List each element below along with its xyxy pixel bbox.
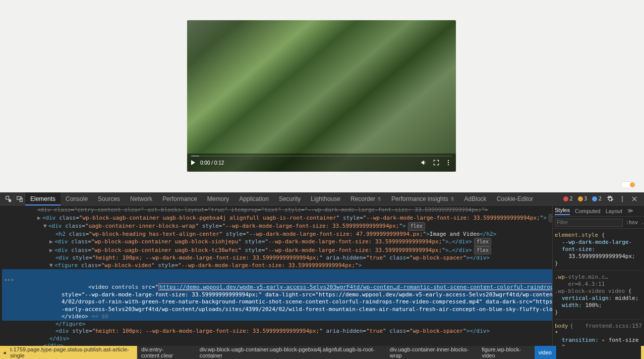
error-count[interactable]: 2 (563, 195, 573, 202)
video-player[interactable]: 0:00 / 0:12 (187, 20, 456, 172)
side-tab-styles[interactable]: Styles (555, 207, 570, 215)
info-count[interactable]: 2 (592, 195, 602, 202)
gear-icon[interactable] (607, 195, 614, 202)
devtools-tabbar: Elements Console Sources Network Perform… (0, 192, 644, 206)
tab-console[interactable]: Console (61, 192, 93, 206)
side-tab-layout[interactable]: Layout (606, 208, 622, 214)
elements-tree[interactable]: <div class="entry-content clear" ast-blo… (0, 206, 552, 346)
crumb-overflow (556, 346, 641, 359)
inspect-icon[interactable] (3, 193, 14, 204)
crumb-4[interactable]: div.uagb-container-inner-blocks-wrap (386, 346, 478, 359)
crumb-6[interactable]: video (535, 346, 556, 359)
svg-point-2 (448, 164, 449, 165)
tab-performance[interactable]: Performance (157, 192, 202, 206)
svg-rect-3 (6, 196, 9, 199)
selected-node: ••• <video controls src="https://demo.wp… (2, 269, 552, 291)
tab-memory[interactable]: Memory (202, 192, 234, 206)
dark-mode-toggle[interactable] (621, 181, 636, 188)
devtools-panel: Elements Console Sources Network Perform… (0, 192, 644, 359)
side-tabs-more[interactable]: ≫ (627, 208, 633, 214)
video-time: 0:00 / 0:12 (200, 160, 224, 166)
video-controls: 0:00 / 0:12 (187, 153, 456, 172)
tab-adblock[interactable]: AdBlock (459, 192, 492, 206)
styles-rules[interactable]: element.style { --wp-dark-mode-large-fon… (553, 229, 644, 346)
crumb-1[interactable]: t-1759.page.type-page.status-publish.ast… (6, 346, 137, 359)
svg-point-6 (622, 196, 623, 197)
styles-filter[interactable] (555, 219, 623, 227)
styles-sidebar: Styles Computed Layout ≫ :hov .cls + ▦ ▭… (552, 206, 644, 346)
svg-point-0 (448, 160, 449, 161)
cls-toggle[interactable]: .cls (641, 220, 644, 225)
svg-point-1 (448, 162, 449, 163)
tab-network[interactable]: Network (125, 192, 157, 206)
tab-security[interactable]: Security (274, 192, 306, 206)
breadcrumb: ◂ t-1759.page.type-page.status-publish.a… (0, 346, 644, 359)
hov-toggle[interactable]: :hov (626, 220, 638, 225)
svg-point-8 (622, 200, 623, 201)
tab-application[interactable]: Application (234, 192, 274, 206)
tab-elements[interactable]: Elements (25, 192, 61, 206)
play-icon[interactable] (191, 160, 195, 165)
tab-recorder[interactable]: Recorder (345, 192, 386, 206)
crumb-5[interactable]: figure.wp-block-video (478, 346, 534, 359)
tab-sources[interactable]: Sources (93, 192, 125, 206)
tab-cookie-editor[interactable]: Cookie-Editor (492, 192, 539, 206)
svg-point-7 (622, 198, 623, 199)
page-content: 0:00 / 0:12 (0, 0, 644, 192)
fullscreen-icon[interactable] (433, 159, 440, 166)
kebab-icon[interactable] (619, 195, 626, 202)
crumb-3[interactable]: div.wp-block-uagb-container.uagb-block-p… (196, 346, 386, 359)
tab-performance-insights[interactable]: Performance insights (386, 192, 459, 206)
more-icon[interactable] (445, 159, 452, 166)
crumb-2[interactable]: div.entry-content.clear (137, 346, 196, 359)
warning-count[interactable]: 3 (578, 195, 588, 202)
close-icon[interactable] (631, 195, 638, 202)
tab-lighthouse[interactable]: Lighthouse (306, 192, 345, 206)
side-tab-computed[interactable]: Computed (575, 208, 601, 214)
volume-icon[interactable] (421, 159, 428, 166)
device-toolbar-icon[interactable] (14, 193, 25, 204)
